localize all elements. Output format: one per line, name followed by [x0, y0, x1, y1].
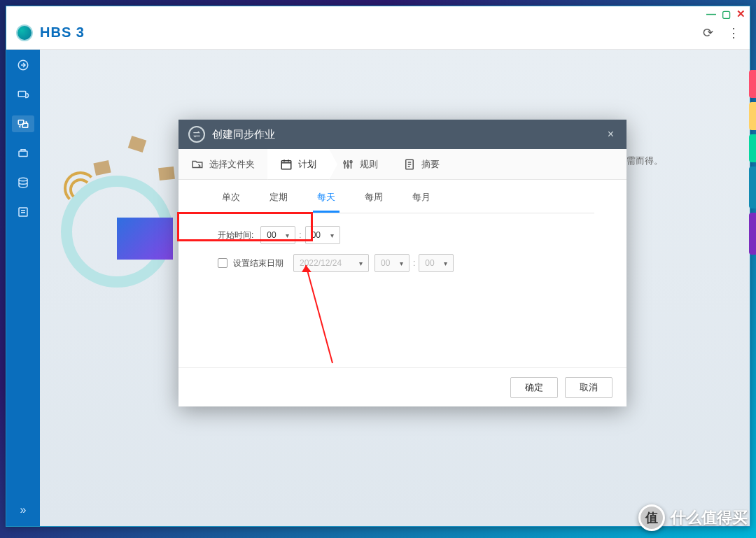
app-header: HBS 3 ⟳ ⋮ — [6, 16, 750, 50]
time-colon: : — [299, 230, 301, 240]
app-logo-icon — [16, 24, 33, 41]
sidebar-item-restore[interactable] — [12, 145, 34, 162]
svg-line-12 — [306, 265, 332, 363]
document-icon — [403, 158, 416, 171]
sidebar-item-storage[interactable] — [12, 174, 34, 191]
end-hour-value: 00 — [381, 258, 390, 268]
tab-daily[interactable]: 每天 — [313, 184, 340, 213]
calendar-icon — [280, 158, 293, 171]
wizard-step-rules[interactable]: 规则 — [329, 149, 391, 179]
wizard-step-label: 计划 — [298, 158, 316, 171]
sidebar-item-sync[interactable] — [12, 115, 34, 132]
watermark-badge-icon: 值 — [638, 504, 665, 531]
tab-monthly[interactable]: 每月 — [408, 184, 435, 213]
watermark: 值 什么值得买 — [638, 504, 748, 531]
wizard-step-select-folder[interactable]: 选择文件夹 — [178, 149, 267, 179]
sidebar-item-overview[interactable] — [12, 57, 34, 73]
end-date-select[interactable]: 2022/12/24 ▾ — [293, 254, 369, 272]
dialog-content: 单次 定期 每天 每周 每月 开始时间: 00 ▾ : — [178, 180, 626, 367]
wizard-step-label: 摘要 — [421, 158, 440, 171]
chevron-down-icon: ▾ — [323, 232, 334, 239]
end-date-row: 设置结束日期 2022/12/24 ▾ 00 ▾ : 00 ▾ — [218, 254, 594, 272]
start-hour-select[interactable]: 00 ▾ — [260, 226, 295, 244]
tab-weekly[interactable]: 每周 — [360, 184, 387, 213]
sidebar: » — [6, 50, 40, 526]
wizard-step-schedule[interactable]: 计划 — [267, 149, 329, 179]
dialog-title: 创建同步作业 — [212, 128, 275, 141]
end-minute-value: 00 — [425, 258, 434, 268]
ok-button[interactable]: 确定 — [510, 377, 558, 398]
sync-icon — [188, 126, 205, 143]
edge-decoration — [749, 70, 756, 510]
sidebar-item-logs[interactable] — [12, 204, 34, 220]
end-date-label: 设置结束日期 — [233, 257, 284, 269]
start-hour-value: 00 — [267, 230, 276, 240]
end-date-value: 2022/12/24 — [300, 258, 342, 268]
svg-point-9 — [347, 164, 349, 167]
chevron-down-icon: ▾ — [352, 260, 363, 267]
end-minute-select[interactable]: 00 ▾ — [419, 254, 454, 272]
start-minute-select[interactable]: 00 ▾ — [305, 226, 340, 244]
folder-arrow-icon — [191, 158, 204, 171]
schedule-tabs: 单次 定期 每天 每周 每月 — [218, 184, 594, 213]
wizard-step-label: 选择文件夹 — [209, 158, 255, 171]
svg-point-5 — [19, 178, 27, 181]
time-colon: : — [413, 258, 415, 268]
end-date-checkbox[interactable] — [218, 258, 227, 268]
svg-rect-1 — [18, 92, 26, 97]
svg-rect-7 — [281, 160, 291, 169]
sliders-icon — [342, 158, 354, 171]
wizard-step-summary[interactable]: 摘要 — [391, 149, 452, 179]
svg-point-10 — [350, 160, 352, 162]
tab-once[interactable]: 单次 — [218, 184, 244, 213]
sidebar-item-backup[interactable] — [12, 86, 34, 103]
start-minute-value: 00 — [312, 230, 321, 240]
chevron-down-icon: ▾ — [393, 260, 403, 267]
create-sync-job-dialog: 创建同步作业 × 选择文件夹 计划 — [178, 120, 626, 406]
annotation-arrow-icon — [298, 258, 340, 370]
end-hour-select[interactable]: 00 ▾ — [374, 254, 410, 272]
chevron-down-icon: ▾ — [279, 232, 289, 239]
main-area: ，数据访问应需而得。 创建同步作业 × 选择文件夹 — [40, 50, 750, 526]
app-window: — ▢ ✕ HBS 3 ⟳ ⋮ — [6, 6, 750, 527]
dialog-titlebar: 创建同步作业 × — [178, 120, 626, 149]
dialog-footer: 确定 取消 — [178, 367, 626, 406]
svg-point-8 — [344, 162, 346, 164]
wizard-step-label: 规则 — [360, 158, 378, 171]
refresh-button[interactable]: ⟳ — [703, 25, 713, 41]
header-actions: ⟳ ⋮ — [703, 25, 740, 41]
cancel-button[interactable]: 取消 — [565, 377, 612, 398]
start-time-label: 开始时间: — [218, 229, 253, 241]
watermark-text: 什么值得买 — [671, 507, 748, 528]
wizard-steps: 选择文件夹 计划 规则 — [178, 149, 626, 180]
sidebar-expand-button[interactable]: » — [20, 504, 27, 516]
svg-rect-4 — [19, 151, 27, 157]
app-title: HBS 3 — [40, 24, 85, 41]
start-time-row: 开始时间: 00 ▾ : 00 ▾ — [218, 226, 594, 244]
tab-periodic[interactable]: 定期 — [265, 184, 292, 213]
chevron-down-icon: ▾ — [437, 260, 447, 267]
dialog-close-button[interactable]: × — [605, 125, 617, 143]
more-menu-button[interactable]: ⋮ — [727, 25, 740, 41]
